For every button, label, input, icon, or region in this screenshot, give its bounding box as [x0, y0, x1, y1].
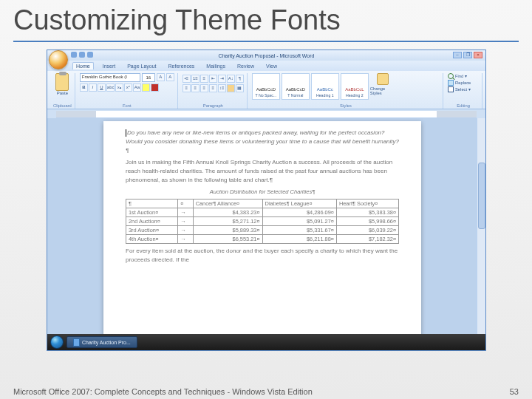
tab-review[interactable]: Review: [234, 63, 257, 69]
paragraph-group-label: Paragraph: [183, 103, 244, 109]
case-button[interactable]: Aa: [133, 83, 141, 92]
minimize-button[interactable]: –: [453, 52, 462, 58]
table-row: 1st Auction¤→$4,383.23¤$4,286.09¤$5,383.…: [126, 208, 399, 217]
find-button[interactable]: Find ▾: [448, 73, 479, 79]
numbering-button[interactable]: 1≡: [191, 75, 200, 83]
tab-home[interactable]: Home: [72, 62, 94, 69]
grow-font-button[interactable]: A: [157, 73, 165, 81]
paste-button[interactable]: Paste: [53, 73, 72, 95]
sort-button[interactable]: A↓: [227, 75, 235, 83]
subscript-button[interactable]: x₂: [115, 83, 123, 92]
slide-footer: Microsoft Office 2007: Complete Concepts…: [13, 387, 519, 396]
borders-button[interactable]: ▦: [236, 84, 244, 92]
word-doc-icon: [73, 338, 80, 347]
tab-mailings[interactable]: Mailings: [203, 63, 228, 69]
align-center-button[interactable]: ≡: [191, 84, 200, 92]
vertical-scrollbar[interactable]: [477, 118, 485, 337]
select-button[interactable]: Select ▾: [448, 86, 479, 92]
font-color-button[interactable]: [151, 83, 159, 92]
shading-button[interactable]: [227, 84, 235, 92]
ribbon: Paste Clipboard Franklin Gothic Book (I …: [47, 71, 485, 109]
text-cursor: [126, 129, 126, 137]
taskbar-item-label: Charity Auction Pro...: [82, 340, 131, 345]
tab-references[interactable]: References: [166, 63, 198, 69]
font-group: Franklin Gothic Book (I 16 A A B I U abc…: [77, 73, 178, 109]
style-normal[interactable]: AaBbCcDT Normal: [282, 73, 310, 100]
change-styles-button[interactable]: Change Styles: [370, 73, 395, 100]
clipboard-group: Paste Clipboard: [50, 73, 75, 109]
justify-button[interactable]: ≡: [209, 84, 217, 92]
find-icon: [448, 73, 454, 79]
office-button[interactable]: [49, 50, 68, 69]
editing-group: Find ▾ Replace Select ▾ Editing: [445, 73, 482, 109]
replace-icon: [448, 80, 454, 86]
line-spacing-button[interactable]: ↕≡: [218, 84, 226, 92]
font-size-combo[interactable]: 16: [142, 73, 155, 82]
style-no-spacing[interactable]: AaBbCcDT No Spac...: [252, 73, 280, 100]
tab-view[interactable]: View: [263, 63, 280, 69]
bullets-button[interactable]: •≡: [183, 75, 191, 83]
horizontal-ruler[interactable]: [56, 111, 477, 118]
window-title: Charity Auction Proposal - Microsoft Wor…: [219, 53, 315, 58]
title-divider: [13, 41, 519, 42]
change-styles-label: Change Styles: [370, 86, 395, 95]
close-button[interactable]: ×: [474, 52, 482, 58]
highlight-button[interactable]: [142, 83, 150, 92]
auction-table[interactable]: ¶ ¤ Cancer¶ Alliance¤ Diabetes¶ League¤ …: [126, 199, 399, 244]
table-row: 4th Auction¤→$6,553.21¤$6,211.88¤$7,182.…: [126, 235, 399, 244]
tab-page-layout[interactable]: Page Layout: [124, 63, 159, 69]
table-header-row: ¶ ¤ Cancer¶ Alliance¤ Diabetes¶ League¤ …: [126, 200, 399, 208]
underline-button[interactable]: U: [98, 83, 106, 92]
strike-button[interactable]: abc: [106, 83, 115, 92]
quick-access-toolbar[interactable]: [71, 52, 93, 58]
document-area[interactable]: Do you have any new or like-new items or…: [47, 118, 485, 337]
table-row: 3rd Auction¤→$5,889.33¤$5,331.67¤$6,039.…: [126, 226, 399, 235]
windows-taskbar: Charity Auction Pro...: [47, 334, 485, 350]
maximize-button[interactable]: ❐: [463, 52, 472, 58]
superscript-button[interactable]: x²: [124, 83, 132, 92]
increase-indent-button[interactable]: ⇥: [218, 75, 226, 83]
change-styles-icon: [377, 73, 389, 85]
select-icon: [448, 86, 454, 92]
style-heading-1[interactable]: AaBbCcHeading 1: [311, 73, 339, 100]
document-page[interactable]: Do you have any new or like-new items or…: [103, 121, 421, 337]
align-left-button[interactable]: ≡: [183, 84, 191, 92]
paste-label: Paste: [57, 91, 68, 95]
table-caption: Auction Distribution for Selected Charit…: [126, 188, 399, 196]
slide-title: Customizing Theme Fonts: [13, 4, 519, 36]
footer-text: Microsoft Office 2007: Complete Concepts…: [13, 387, 313, 396]
paragraph-1: Do you have any new or like-new items or…: [126, 129, 399, 154]
clipboard-group-label: Clipboard: [53, 103, 72, 109]
taskbar-word-item[interactable]: Charity Auction Pro...: [66, 336, 137, 348]
slide-number: 53: [510, 387, 519, 396]
paste-icon: [55, 73, 69, 91]
multilist-button[interactable]: ≡: [200, 75, 208, 83]
paragraph-3: For every item sold at the auction, the …: [126, 248, 398, 263]
table-row: 2nd Auction¤→$5,271.12¤$5,091.27¤$5,998.…: [126, 217, 399, 226]
ribbon-tabs: Home Insert Page Layout References Maili…: [47, 61, 485, 71]
decrease-indent-button[interactable]: ⇤: [209, 75, 217, 83]
styles-group-label: Styles: [252, 103, 440, 109]
paragraph-2: Join us in making the Fifth Annual Knoll…: [126, 159, 392, 183]
word-window: Charity Auction Proposal - Microsoft Wor…: [47, 50, 486, 351]
start-button[interactable]: [50, 335, 64, 349]
title-bar: Charity Auction Proposal - Microsoft Wor…: [47, 50, 485, 61]
replace-button[interactable]: Replace: [448, 80, 479, 86]
italic-button[interactable]: I: [89, 83, 97, 92]
align-right-button[interactable]: ≡: [200, 84, 208, 92]
font-group-label: Font: [80, 103, 174, 109]
scrollbar-thumb[interactable]: [478, 163, 485, 229]
bold-button[interactable]: B: [80, 83, 88, 92]
show-marks-button[interactable]: ¶: [236, 75, 244, 83]
style-heading-2[interactable]: AaBbCcLHeading 2: [341, 73, 369, 100]
font-name-combo[interactable]: Franklin Gothic Book (I: [80, 73, 140, 82]
shrink-font-button[interactable]: A: [166, 73, 174, 81]
tab-insert[interactable]: Insert: [100, 63, 119, 69]
styles-group: AaBbCcDT No Spac... AaBbCcDT Normal AaBb…: [249, 73, 443, 109]
paragraph-group: •≡ 1≡ ≡ ⇤ ⇥ A↓ ¶ ≡ ≡ ≡ ≡ ↕≡ ▦ Para: [180, 73, 248, 109]
editing-group-label: Editing: [448, 103, 479, 109]
